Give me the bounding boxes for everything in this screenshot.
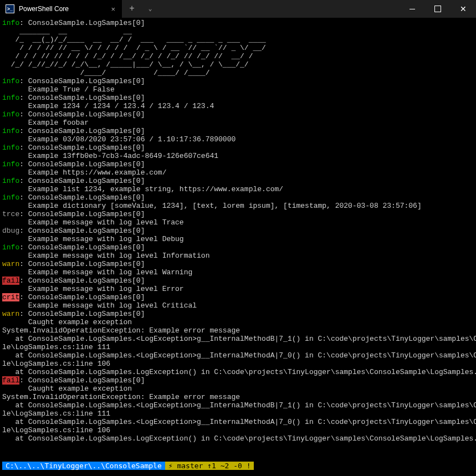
log-line: warn: ConsoleSample.LogSamples[0] [2,260,474,268]
log-line: trce: ConsoleSample.LogSamples[0] [2,210,474,218]
tab-dropdown-button[interactable]: ⌄ [142,0,158,18]
log-level-label: fail [2,277,19,285]
new-tab-button[interactable]: + [122,0,142,18]
log-line: info: ConsoleSample.LogSamples[0] [2,94,474,102]
log-line: info: ConsoleSample.LogSamples[0] [2,77,474,85]
log-message: Example 1234 / 1234 / 123.4 / 123.4 / 12… [2,102,474,110]
log-level-label: info [2,160,19,168]
log-message: Example message with log level Debug [2,235,474,243]
status-fill [254,462,474,470]
log-line: info: ConsoleSample.LogSamples[0] [2,177,474,185]
status-git: ⚡ master ↑1 ~2 -0 ! [165,462,254,470]
log-message: Example message with log level Informati… [2,252,474,260]
exception-line: at ConsoleSample.LogSamples.<LogExceptio… [2,401,474,410]
log-message: Example message with log level Trace [2,218,474,227]
log-source: : ConsoleSample.LogSamples[0] [19,210,145,218]
log-source: : ConsoleSample.LogSamples[0] [19,260,145,268]
log-message: Example https://www.example.com/ [2,168,474,177]
log-level-label: warn [2,310,19,318]
exception-line: le\LogSamples.cs:line 106 [2,360,474,368]
log-line: info: ConsoleSample.LogSamples[0] [2,144,474,152]
exception-line: at ConsoleSample.LogSamples.<LogExceptio… [2,351,474,360]
log-line: info: ConsoleSample.LogSamples[0] [2,243,474,252]
log-message: Example 13ffb0eb-7cb3-4adc-8649-126e607c… [2,152,474,160]
log-level-label: info [2,177,19,185]
log-level-label: info [2,243,19,252]
close-window-button[interactable]: ✕ [451,0,476,18]
log-message: Example foobar [2,119,474,127]
tab-powershell[interactable]: >_ PowerShell Core × [0,0,122,18]
log-level-label: warn [2,260,19,268]
log-source: : ConsoleSample.LogSamples[0] [19,310,145,318]
log-line: fail: ConsoleSample.LogSamples[0] [2,277,474,285]
exception-line: System.InvalidOperationException: Exampl… [2,393,474,401]
log-message: Example message with log level Error [2,285,474,293]
log-source: : ConsoleSample.LogSamples[0] [19,160,145,168]
log-line: info: ConsoleSample.LogSamples[0] [2,160,474,168]
log-message: Example list 1234, example string, https… [2,185,474,193]
log-message: Example dictionary [someValue, 1234], [t… [2,202,474,210]
ascii-logo: _______ __ __ /_ __(_)/_/____ __ __/ / _… [2,27,474,77]
log-line: info: ConsoleSample.LogSamples[0] [2,193,474,202]
status-path: C:\..\..\TinyLogger\..\ConsoleSample [2,462,165,470]
log-level-label: info [2,193,19,202]
maximize-button[interactable] [425,0,451,18]
log-source: : ConsoleSample.LogSamples[0] [19,110,145,119]
log-message: Example 03/08/2020 23:57:06 / 1.10:17:36… [2,135,474,144]
exception-line: at ConsoleSample.LogSamples.<LogExceptio… [2,335,474,343]
log-message: Example True / False [2,85,474,94]
log-level-label: info [2,77,19,85]
log-level-label: info [2,144,19,152]
log-source: : ConsoleSample.LogSamples[0] [19,277,145,285]
log-message: Caught example exception [2,318,474,326]
log-line: crit: ConsoleSample.LogSamples[0] [2,293,474,301]
log-level-label: info [2,94,19,102]
exception-line: le\LogSamples.cs:line 111 [2,410,474,418]
titlebar-drag-area[interactable] [158,0,400,18]
log-source: : ConsoleSample.LogSamples[0] [19,193,145,202]
log-line: dbug: ConsoleSample.LogSamples[0] [2,227,474,235]
log-level-label: fail [2,376,19,385]
log-line: fail: ConsoleSample.LogSamples[0] [2,376,474,385]
log-level-label: crit [2,293,19,301]
log-source: : ConsoleSample.LogSamples[0] [19,227,145,235]
log-message: Caught example exception [2,385,474,393]
log-source: : ConsoleSample.LogSamples[0] [19,376,145,385]
exception-line: at ConsoleSample.LogSamples.LogException… [2,434,474,443]
log-message: Example message with log level Critical [2,301,474,310]
log-line: info: ConsoleSample.LogSamples[0] [2,127,474,135]
terminal-output[interactable]: info: ConsoleSample.LogSamples[0] ______… [0,18,476,443]
log-line: warn: ConsoleSample.LogSamples[0] [2,310,474,318]
exception-line: at ConsoleSample.LogSamples.<LogExceptio… [2,418,474,426]
log-source: : ConsoleSample.LogSamples[0] [19,127,145,135]
log-source: : ConsoleSample.LogSamples[0] [19,77,145,85]
log-level-label: info [2,110,19,119]
log-level-label: info [2,19,19,27]
log-source: : ConsoleSample.LogSamples[0] [19,177,145,185]
log-message: Example message with log level Warning [2,268,474,277]
powershell-icon: >_ [6,4,14,13]
log-source: : ConsoleSample.LogSamples[0] [19,94,145,102]
exception-line: System.InvalidOperationException: Exampl… [2,326,474,335]
exception-line: at ConsoleSample.LogSamples.LogException… [2,368,474,376]
log-line: info: ConsoleSample.LogSamples[0] [2,110,474,119]
log-source: : ConsoleSample.LogSamples[0] [19,293,145,301]
tab-title: PowerShell Core [19,5,104,13]
log-level-label: trce [2,210,19,218]
minimize-button[interactable] [400,0,425,18]
log-level-label: info [2,127,19,135]
exception-line: le\LogSamples.cs:line 106 [2,426,474,434]
log-line: info: ConsoleSample.LogSamples[0] [2,19,474,27]
exception-line: le\LogSamples.cs:line 111 [2,343,474,351]
log-source: : ConsoleSample.LogSamples[0] [19,243,145,252]
window-titlebar: >_ PowerShell Core × + ⌄ ✕ [0,0,476,18]
tab-close-button[interactable]: × [109,5,117,13]
status-bar: C:\..\..\TinyLogger\..\ConsoleSample ⚡ m… [2,462,474,470]
log-level-label: dbug [2,227,19,235]
log-source: : ConsoleSample.LogSamples[0] [19,19,145,27]
log-source: : ConsoleSample.LogSamples[0] [19,144,145,152]
